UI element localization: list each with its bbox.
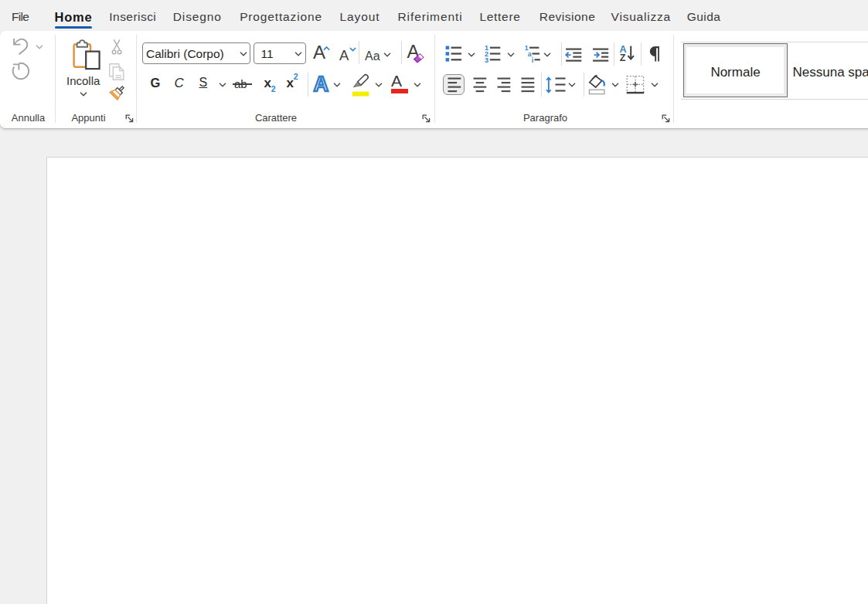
svg-text:i: i xyxy=(532,56,533,64)
svg-text:Z: Z xyxy=(620,53,626,63)
svg-text:3: 3 xyxy=(485,56,488,64)
